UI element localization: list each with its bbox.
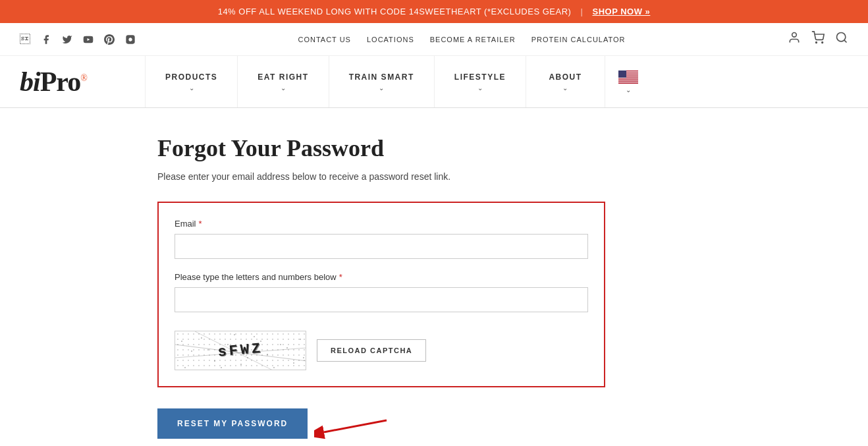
page-content: Forgot Your Password Please enter your e…	[138, 108, 730, 446]
svg-point-40	[286, 347, 288, 348]
svg-point-31	[293, 362, 294, 364]
svg-point-36	[234, 334, 235, 335]
email-input[interactable]	[175, 234, 588, 259]
captcha-label: Please type the letters and numbers belo…	[175, 272, 588, 282]
svg-point-5	[822, 42, 823, 43]
flag-chevron-icon: ⌄	[626, 86, 631, 94]
twitter-icon[interactable]	[62, 34, 72, 45]
svg-point-4	[816, 42, 817, 43]
page-title: Forgot Your Password	[157, 134, 711, 162]
svg-point-32	[300, 339, 301, 340]
nav-train-smart[interactable]: TRAIN SMART ⌄	[329, 56, 434, 107]
cart-icon[interactable]	[811, 31, 825, 47]
promo-text: 14% OFF ALL WEEKEND LONG WITH CODE 14SWE…	[218, 7, 572, 16]
social-icons-group: 	[20, 34, 136, 45]
reset-password-button[interactable]: RESET MY PASSWORD	[157, 408, 308, 439]
become-retailer-link[interactable]: BECOME A RETAILER	[430, 36, 516, 43]
svg-point-6	[837, 33, 846, 42]
svg-point-24	[201, 337, 202, 339]
svg-point-28	[254, 336, 255, 337]
svg-point-34	[207, 349, 209, 350]
promo-banner: 14% OFF ALL WEEKEND LONG WITH CODE 14SWE…	[0, 0, 868, 23]
facebook-icon[interactable]	[41, 34, 51, 45]
svg-line-7	[844, 40, 847, 43]
captcha-row: sFWZ RELOAD CAPTCHA	[175, 331, 588, 370]
reload-captcha-button[interactable]: RELOAD CAPTCHA	[317, 339, 426, 362]
svg-line-46	[324, 420, 387, 432]
locations-link[interactable]: LOCATIONS	[367, 36, 414, 43]
utility-icons	[788, 31, 848, 47]
captcha-input[interactable]	[175, 287, 588, 312]
lifestyle-chevron-icon: ⌄	[477, 84, 483, 92]
svg-rect-16	[618, 78, 638, 80]
products-chevron-icon: ⌄	[189, 84, 194, 92]
page-subtitle: Please enter your email address below to…	[157, 171, 711, 182]
svg-rect-17	[618, 79, 638, 80]
eat-right-chevron-icon: ⌄	[281, 84, 286, 92]
svg-point-30	[280, 344, 281, 345]
contact-us-link[interactable]: CONTACT US	[298, 36, 351, 43]
svg-rect-19	[618, 81, 638, 82]
reset-area: RESET MY PASSWORD	[157, 407, 711, 440]
search-icon[interactable]	[835, 31, 848, 47]
svg-point-35	[221, 367, 222, 368]
nav-lifestyle[interactable]: LIFESTYLE ⌄	[434, 56, 526, 107]
account-icon[interactable]	[788, 31, 801, 47]
svg-point-23	[191, 350, 192, 352]
youtube-icon[interactable]	[83, 34, 94, 45]
nav-flag[interactable]: ⌄	[605, 56, 651, 107]
email-required-star: *	[199, 219, 202, 229]
svg-point-22	[181, 341, 182, 342]
shop-now-link[interactable]: SHOP NOW »	[593, 7, 651, 16]
pinterest-icon[interactable]	[104, 34, 115, 45]
main-navigation: biPro® PRODUCTS ⌄ EAT RIGHT ⌄ TRAIN SMAR…	[0, 56, 868, 108]
logo[interactable]: biPro®	[0, 56, 145, 107]
email-label: Email *	[175, 219, 588, 229]
svg-point-33	[184, 367, 186, 368]
top-nav-bar:  CONTACT US LOCATIONS BECOME A RETAILER…	[0, 23, 868, 56]
top-nav-links: CONTACT US LOCATIONS BECOME A RETAILER P…	[298, 36, 625, 43]
svg-point-29	[267, 354, 268, 355]
nav-products[interactable]: PRODUCTS ⌄	[145, 56, 237, 107]
main-nav-items: PRODUCTS ⌄ EAT RIGHT ⌄ TRAIN SMART ⌄ LIF…	[145, 56, 868, 107]
password-reset-form: Email * Please type the letters and numb…	[157, 202, 605, 387]
svg-point-39	[273, 367, 275, 368]
captcha-required-star: *	[339, 272, 342, 282]
svg-point-3	[792, 33, 797, 38]
svg-rect-18	[618, 80, 638, 82]
nav-eat-right[interactable]: EAT RIGHT ⌄	[237, 56, 328, 107]
svg-point-41	[303, 357, 304, 358]
svg-rect-21	[618, 70, 626, 78]
captcha-image: sFWZ	[175, 331, 306, 370]
train-smart-chevron-icon: ⌄	[379, 84, 384, 92]
instagram-icon[interactable]	[125, 34, 136, 45]
separator: |	[580, 7, 583, 16]
svg-rect-20	[618, 82, 638, 84]
brand-logo[interactable]: biPro®	[20, 66, 87, 98]
nav-about[interactable]: ABOUT ⌄	[526, 56, 605, 107]
facebook-icon[interactable]: 	[20, 34, 30, 45]
svg-point-27	[240, 364, 242, 365]
about-chevron-icon: ⌄	[562, 84, 568, 92]
svg-rect-15	[618, 77, 638, 78]
protein-calculator-link[interactable]: PROTEIN CALCULATOR	[531, 36, 626, 43]
arrow-indicator	[314, 407, 393, 440]
svg-point-25	[214, 360, 215, 362]
